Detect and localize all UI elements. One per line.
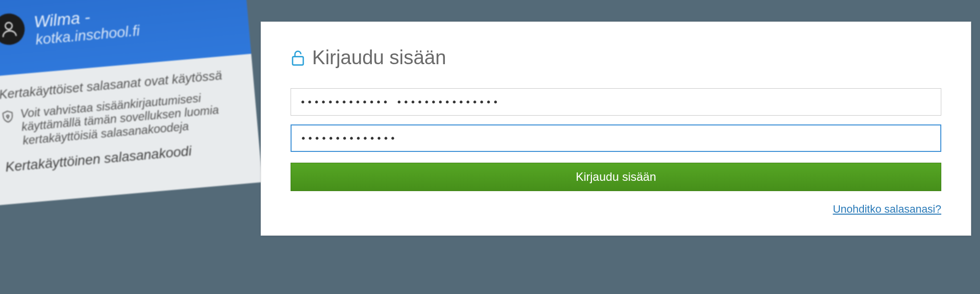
mobile-title-block: Wilma - kotka.inschool.fi — [33, 0, 141, 48]
login-heading: Kirjaudu sisään — [291, 47, 941, 69]
password-input[interactable] — [291, 124, 941, 152]
shield-lock-icon — [0, 109, 15, 124]
mobile-body: Kertakäyttöiset salasanat ovat käytössä … — [0, 54, 263, 206]
svg-point-1 — [6, 115, 9, 117]
user-icon — [0, 19, 20, 40]
forgot-password-link[interactable]: Unohditko salasanasi? — [833, 203, 941, 215]
login-heading-text: Kirjaudu sisään — [312, 47, 446, 69]
avatar — [0, 12, 26, 46]
mobile-app-preview: Wilma - kotka.inschool.fi Kertakäyttöise… — [0, 0, 274, 294]
svg-rect-2 — [293, 56, 303, 65]
forgot-row: Unohditko salasanasi? — [291, 203, 941, 216]
username-input[interactable] — [291, 88, 941, 116]
lock-open-icon — [291, 49, 305, 66]
login-button[interactable]: Kirjaudu sisään — [291, 163, 941, 191]
login-card: Kirjaudu sisään Kirjaudu sisään Unohditk… — [261, 22, 971, 236]
svg-point-0 — [5, 22, 12, 29]
